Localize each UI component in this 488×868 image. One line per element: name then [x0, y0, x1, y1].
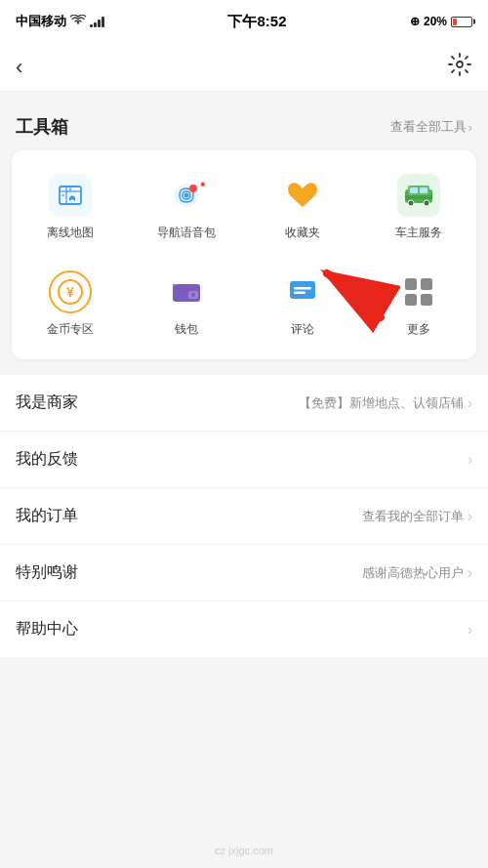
- battery-fill: [453, 19, 457, 25]
- svg-rect-17: [290, 281, 315, 299]
- nav-audio-icon: [165, 174, 208, 217]
- thanks-left: 特别鸣谢: [16, 562, 78, 583]
- tool-nav-audio[interactable]: 导航语音包: [128, 158, 244, 255]
- thanks-right: 感谢高德热心用户 ›: [362, 564, 472, 582]
- tool-more[interactable]: 更多: [360, 255, 476, 351]
- menu-item-feedback[interactable]: 我的反馈 ›: [0, 432, 488, 488]
- menu-item-orders[interactable]: 我的订单 查看我的全部订单 ›: [0, 488, 488, 545]
- favorites-label: 收藏夹: [285, 225, 320, 241]
- svg-rect-11: [405, 195, 432, 199]
- location-icon: ⊕: [410, 15, 420, 28]
- car-service-label: 车主服务: [395, 225, 442, 241]
- offline-map-icon: [49, 174, 92, 217]
- back-button[interactable]: ‹: [16, 55, 22, 80]
- main-content: 工具箱 查看全部工具 ›: [0, 92, 488, 681]
- help-chevron-icon: ›: [468, 621, 472, 639]
- svg-point-3: [183, 193, 188, 198]
- wifi-icon: [70, 15, 86, 29]
- svg-point-0: [457, 62, 463, 67]
- offline-map-label: 离线地图: [47, 225, 94, 241]
- svg-rect-18: [294, 287, 311, 290]
- merchant-chevron-icon: ›: [468, 394, 472, 412]
- gold-zone-label: 金币专区: [47, 321, 94, 338]
- nav-audio-label: 导航语音包: [157, 225, 216, 241]
- toolbox-card: 离线地图 导航语音包: [12, 150, 476, 359]
- svg-rect-8: [420, 187, 427, 193]
- nav-audio-icon-container: [163, 172, 210, 219]
- merchant-subtitle: 【免费】新增地点、认领店铺: [299, 394, 464, 412]
- gold-zone-icon-container: ¥: [47, 269, 94, 315]
- wallet-icon-container: [163, 269, 210, 315]
- svg-rect-23: [421, 294, 432, 306]
- orders-left: 我的订单: [16, 506, 78, 526]
- tool-wallet[interactable]: 钱包: [128, 255, 244, 351]
- merchant-left: 我是商家: [16, 393, 78, 413]
- battery-icon: [451, 17, 472, 27]
- help-left: 帮助中心: [16, 619, 78, 640]
- menu-list: 我是商家 【免费】新增地点、认领店铺 › 我的反馈 › 我的订单 查看我的全部订…: [0, 375, 488, 657]
- comment-icon-container: [279, 269, 326, 315]
- wallet-icon: [165, 270, 208, 313]
- car-service-icon-container: [395, 172, 442, 219]
- car-service-icon: [397, 174, 440, 217]
- menu-item-merchant[interactable]: 我是商家 【免费】新增地点、认领店铺 ›: [0, 375, 488, 432]
- thanks-title: 特别鸣谢: [16, 562, 78, 583]
- carrier-label: 中国移动: [16, 13, 66, 30]
- help-right: ›: [468, 621, 472, 639]
- signal-bars: [90, 16, 104, 27]
- svg-rect-19: [294, 292, 305, 295]
- svg-point-4: [189, 185, 197, 192]
- tool-comment[interactable]: 评论: [244, 255, 360, 351]
- merchant-title: 我是商家: [16, 393, 78, 413]
- settings-button[interactable]: [447, 52, 472, 83]
- orders-title: 我的订单: [16, 506, 78, 526]
- toolbox-header: 工具箱 查看全部工具 ›: [0, 107, 488, 150]
- wallet-label: 钱包: [175, 321, 198, 338]
- menu-item-thanks[interactable]: 特别鸣谢 感谢高德热心用户 ›: [0, 545, 488, 601]
- svg-rect-22: [405, 294, 417, 306]
- thanks-subtitle: 感谢高德热心用户: [362, 564, 464, 582]
- view-all-tools-label: 查看全部工具: [390, 118, 467, 136]
- feedback-left: 我的反馈: [16, 449, 78, 470]
- svg-point-16: [191, 293, 195, 297]
- more-icon-container: [395, 269, 442, 315]
- tool-offline-map[interactable]: 离线地图: [12, 158, 128, 255]
- tool-gold-zone[interactable]: ¥ 金币专区: [12, 255, 128, 351]
- view-all-chevron-icon: ›: [468, 120, 472, 135]
- status-right: ⊕ 20%: [410, 15, 472, 28]
- orders-right: 查看我的全部订单 ›: [362, 508, 472, 525]
- feedback-chevron-icon: ›: [468, 451, 472, 469]
- more-label: 更多: [407, 321, 430, 338]
- gold-zone-icon: ¥: [49, 270, 92, 313]
- svg-rect-7: [410, 187, 418, 193]
- tools-grid: 离线地图 导航语音包: [12, 158, 476, 351]
- more-icon: [397, 270, 440, 313]
- watermark: cz jxjgc.com: [215, 845, 273, 856]
- view-all-tools-link[interactable]: 查看全部工具 ›: [390, 118, 472, 136]
- feedback-title: 我的反馈: [16, 449, 78, 470]
- toolbox-title: 工具箱: [16, 115, 68, 139]
- orders-subtitle: 查看我的全部订单: [362, 508, 464, 525]
- menu-item-help[interactable]: 帮助中心 ›: [0, 601, 488, 657]
- orders-chevron-icon: ›: [468, 508, 472, 525]
- tool-car-service[interactable]: 车主服务: [360, 158, 476, 255]
- nav-bar: ‹: [0, 43, 488, 92]
- help-title: 帮助中心: [16, 619, 78, 640]
- svg-rect-21: [421, 278, 432, 290]
- battery-percent: 20%: [424, 15, 447, 28]
- tool-favorites[interactable]: 收藏夹: [244, 158, 360, 255]
- favorites-icon-container: [279, 172, 326, 219]
- status-left: 中国移动: [16, 13, 104, 30]
- svg-point-9: [408, 200, 414, 206]
- offline-map-icon-container: [47, 172, 94, 219]
- feedback-right: ›: [468, 451, 472, 469]
- merchant-right: 【免费】新增地点、认领店铺 ›: [299, 394, 472, 412]
- favorites-icon: [281, 174, 324, 217]
- comment-label: 评论: [291, 321, 314, 338]
- svg-rect-20: [405, 278, 417, 290]
- thanks-chevron-icon: ›: [468, 564, 472, 582]
- comment-icon: [281, 270, 324, 313]
- svg-text:¥: ¥: [66, 284, 74, 300]
- svg-point-10: [424, 200, 429, 206]
- status-bar: 中国移动 下午8:52 ⊕ 20%: [0, 0, 488, 43]
